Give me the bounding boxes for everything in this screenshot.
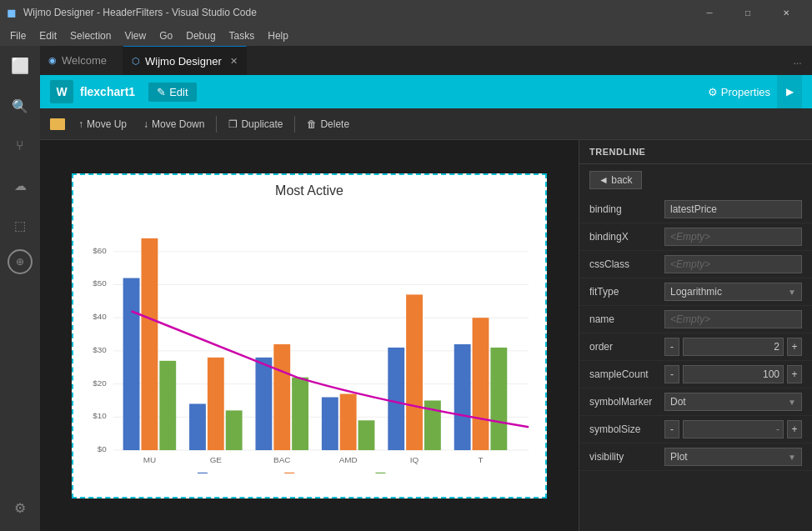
edit-button[interactable]: ✎ Edit <box>148 83 196 102</box>
menu-file[interactable]: File <box>3 28 33 43</box>
order-minus-button[interactable]: - <box>664 338 679 356</box>
prop-select-fittype[interactable]: Logarithmic ▼ <box>664 283 802 301</box>
svg-rect-40 <box>284 472 294 473</box>
svg-text:MU: MU <box>143 454 156 463</box>
tab-designer-close[interactable]: ✕ <box>230 56 238 67</box>
prop-label-visibility: visibility <box>589 451 664 463</box>
maximize-button[interactable]: □ <box>729 0 767 25</box>
duplicate-button[interactable]: ❒ Duplicate <box>222 115 289 133</box>
prop-row-order: order - 2 + <box>579 333 812 361</box>
symbolmarker-value: Dot <box>670 396 788 408</box>
samplecount-minus-button[interactable]: - <box>664 365 679 383</box>
prop-select-symbolmarker[interactable]: Dot ▼ <box>664 393 802 411</box>
symbolmarker-arrow: ▼ <box>788 398 796 407</box>
move-down-button[interactable]: ↓ Move Down <box>137 115 211 133</box>
symbolsize-plus-button[interactable]: + <box>787 420 802 438</box>
svg-rect-30 <box>473 318 489 450</box>
svg-text:$60: $60 <box>93 245 107 254</box>
chart-area: Most Active $0 $10 $20 $30 $40 $50 $60 <box>40 140 579 531</box>
title-text: Wijmo Designer - HeaderFilters - Visual … <box>23 7 690 18</box>
svg-rect-31 <box>490 347 507 449</box>
activity-git[interactable]: ⑂ <box>0 126 40 166</box>
activity-remote[interactable]: ⊕ <box>8 249 33 274</box>
tab-welcome-icon: ◉ <box>48 55 57 66</box>
menu-view[interactable]: View <box>118 28 153 43</box>
activity-debug[interactable]: ☁ <box>0 166 40 206</box>
move-up-button[interactable]: ↑ Move Up <box>72 115 133 133</box>
properties-button[interactable]: ⚙ Properties <box>708 86 770 98</box>
svg-text:$30: $30 <box>93 344 107 353</box>
duplicate-icon: ❒ <box>228 118 238 130</box>
svg-rect-26 <box>388 347 404 449</box>
properties-header: TRENDLINE <box>579 140 812 164</box>
svg-rect-42 <box>375 472 385 473</box>
delete-button[interactable]: 🗑 Delete <box>300 115 356 133</box>
svg-rect-17 <box>189 403 206 450</box>
menu-tasks[interactable]: Tasks <box>223 28 262 43</box>
svg-text:$20: $20 <box>93 378 107 387</box>
move-up-label: Move Up <box>87 118 127 130</box>
window-controls: ─ □ ✕ <box>690 0 805 25</box>
tab-designer[interactable]: ⬡ Wijmo Designer ✕ <box>123 46 247 75</box>
activity-settings[interactable]: ⚙ <box>0 488 40 528</box>
prop-stepper-symbolsize: - - + <box>664 420 802 438</box>
svg-rect-14 <box>123 278 140 449</box>
arrow-button[interactable]: ▶ <box>777 75 802 108</box>
prop-label-symbolmarker: symbolMarker <box>589 396 664 408</box>
tabbar: ◉ Welcome ⬡ Wijmo Designer ✕ ... <box>40 46 812 75</box>
chart-svg: $0 $10 $20 $30 $40 $50 $60 <box>82 207 537 473</box>
svg-rect-24 <box>340 393 357 450</box>
properties-label: Properties <box>721 86 770 98</box>
menu-selection[interactable]: Selection <box>63 28 118 43</box>
prop-row-cssclass: cssClass <box>579 251 812 278</box>
svg-rect-19 <box>226 410 243 450</box>
svg-rect-27 <box>406 294 423 450</box>
activity-extensions[interactable]: ⬚ <box>0 206 40 246</box>
move-down-icon: ↓ <box>143 118 148 130</box>
svg-text:$40: $40 <box>93 312 107 321</box>
menu-debug[interactable]: Debug <box>179 28 222 43</box>
activity-explorer[interactable]: ⬜ <box>0 46 40 86</box>
svg-rect-22 <box>292 377 308 449</box>
move-up-icon: ↑ <box>78 118 83 130</box>
prop-input-bindingx[interactable] <box>664 228 802 246</box>
tab-welcome[interactable]: ◉ Welcome <box>40 46 123 75</box>
svg-text:$10: $10 <box>93 411 107 420</box>
svg-text:T: T <box>478 454 483 463</box>
svg-text:GE: GE <box>210 454 223 463</box>
edit-icon: ✎ <box>157 86 166 98</box>
back-button[interactable]: ◄ back <box>589 171 642 189</box>
tab-more[interactable]: ... <box>783 46 812 75</box>
prop-label-name: name <box>589 313 664 325</box>
prop-label-symbolsize: symbolSize <box>589 423 664 435</box>
svg-rect-29 <box>454 343 471 449</box>
editor: ◉ Welcome ⬡ Wijmo Designer ✕ ... W flexc… <box>40 46 812 531</box>
menu-edit[interactable]: Edit <box>33 28 63 43</box>
edit-label: Edit <box>169 86 188 98</box>
prop-input-binding[interactable] <box>664 200 802 218</box>
prop-input-name[interactable] <box>664 310 802 328</box>
prop-label-fittype: fitType <box>589 286 664 298</box>
prop-stepper-order: - 2 + <box>664 338 802 356</box>
menu-go[interactable]: Go <box>153 28 179 43</box>
symbolsize-minus-button[interactable]: - <box>664 420 679 438</box>
prop-input-cssclass[interactable] <box>664 255 802 273</box>
prop-label-bindingx: bindingX <box>589 231 664 243</box>
visibility-arrow: ▼ <box>788 453 796 462</box>
tab-designer-icon: ⬡ <box>132 56 140 67</box>
menubar: File Edit Selection View Go Debug Tasks … <box>0 25 812 46</box>
minimize-button[interactable]: ─ <box>690 0 729 25</box>
prop-select-visibility[interactable]: Plot ▼ <box>664 448 802 466</box>
menu-help[interactable]: Help <box>261 28 295 43</box>
prop-row-binding: binding <box>579 196 812 223</box>
close-button[interactable]: ✕ <box>767 0 805 25</box>
prop-row-symbolsize: symbolSize - - + <box>579 416 812 443</box>
svg-rect-15 <box>141 238 158 449</box>
svg-rect-16 <box>159 360 176 449</box>
order-plus-button[interactable]: + <box>787 338 802 356</box>
app-icon: ◼ <box>7 6 17 19</box>
fittype-value: Logarithmic <box>670 286 788 298</box>
titlebar: ◼ Wijmo Designer - HeaderFilters - Visua… <box>0 0 812 25</box>
activity-search[interactable]: 🔍 <box>0 86 40 126</box>
samplecount-plus-button[interactable]: + <box>787 365 802 383</box>
